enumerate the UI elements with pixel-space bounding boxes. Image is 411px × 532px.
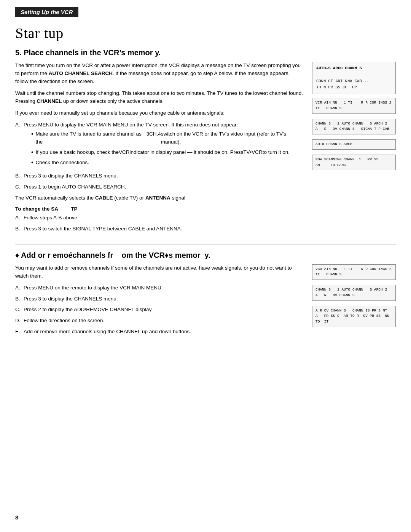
list-label-c: C.: [15, 183, 24, 191]
s2-list-item-b: B. Press 3 to display the CHANNELS menu.: [15, 295, 303, 303]
list-item-b: B. Press 3 to display the CHANNELS menu.: [15, 172, 303, 180]
s2-list-item-a: A. Press MENU on the remote to display t…: [15, 284, 303, 292]
bold-heading-sa: To change the SA TP: [15, 206, 303, 212]
section-1-text-col: The first time you turn on the VCR or af…: [15, 62, 303, 236]
s2-list-item-b-text: Press 3 to display the CHANNELS menu.: [24, 295, 118, 303]
list-label-d: A.: [15, 214, 24, 222]
s2-list-label-b: B.: [15, 295, 24, 303]
list-item-a-text: Press MENU to display the VCR MAIN MENU …: [24, 121, 303, 169]
bullet-2: If you use a basic hookup, check the VCR…: [31, 149, 303, 157]
s2-list-label-c: C.: [15, 306, 24, 314]
list-label-e: B.: [15, 225, 24, 233]
bullet-3: Check the connections.: [31, 159, 303, 167]
list-item-d-text: Follow steps A-B above.: [24, 214, 79, 222]
s2-list-item-d-text: Follow the directions on the screen.: [24, 317, 104, 325]
screen-vcr-main-menu: VCR AIN NU 1 TI R R COR INGS 2 TI CHANN …: [312, 98, 396, 113]
section-2-alpha-list: A. Press MENU on the remote to display t…: [15, 284, 303, 336]
section-2-screen-col: VCR AIN NU 1 TI R R COR INGS 2 TI CHANN …: [312, 264, 396, 328]
list-item-c: C. Press 1 to begin AUTO CHANNEL SEARCH.: [15, 183, 303, 191]
section-1-para1: The first time you turn on the VCR or af…: [15, 62, 303, 86]
list-item-e: B. Press 3 to switch the SIGNAL TYPE bet…: [15, 225, 303, 233]
s2-list-item-d: D. Follow the directions on the screen.: [15, 317, 303, 325]
section-1-alpha-list: A. Press MENU to display the VCR MAIN ME…: [15, 121, 303, 191]
s2-list-label-e: E.: [15, 328, 24, 336]
section-divider: [15, 244, 396, 245]
s2-screen-add-remove: A R OV CHANN S CHANN IS PR S NT A PR SS …: [312, 306, 396, 327]
s2-list-item-e: E. Add or remove more channels using the…: [15, 328, 303, 336]
section-1-para-cable: The VCR automatically selects the CABLE …: [15, 194, 303, 202]
s2-list-item-c-text: Press 2 to display the ADD/REMOVE CHANNE…: [24, 306, 153, 314]
list-item-d: A. Follow steps A-B above.: [15, 214, 303, 222]
section-2: ♦ Add or r emoéchannels fr om the VCR♦s…: [15, 251, 396, 339]
screen-scanning: NOW SCANNING CHANN 1 PR SS AN TO CANC: [312, 155, 396, 170]
list-item-b-text: Press 3 to display the CHANNELS menu.: [24, 172, 118, 180]
section-1-screen-col: AUTO-S ARCH CHANN S CONN CT ANT NNA CAB …: [312, 62, 396, 171]
section-2-para1: You may want to add or remove channels i…: [15, 264, 303, 280]
section-1: 5. Place channels in the VCR’s memor y. …: [15, 48, 396, 236]
section-1-para3: If you ever need to manually set up chan…: [15, 109, 303, 117]
list-label-a: A.: [15, 121, 24, 169]
bullet-1: Make sure the TV is tuned to same channe…: [31, 130, 303, 146]
header-bar: Setting Up the VCR: [15, 7, 78, 17]
screen-auto-channel-search: AUTO CHANN S ARCH: [312, 139, 396, 150]
section-1-alpha-list-2: A. Follow steps A-B above. B. Press 3 to…: [15, 214, 303, 233]
section-2-heading: ♦ Add or r emoéchannels fr om the VCR♦s…: [15, 251, 396, 260]
page-number: 8: [15, 514, 18, 521]
s2-list-item-c: C. Press 2 to display the ADD/REMOVE CHA…: [15, 306, 303, 314]
list-item-a: A. Press MENU to display the VCR MAIN ME…: [15, 121, 303, 169]
list-item-e-text: Press 3 to switch the SIGNAL TYPE betwee…: [24, 225, 182, 233]
s2-list-label-a: A.: [15, 284, 24, 292]
s2-list-item-e-text: Add or remove more channels using the CH…: [24, 328, 191, 336]
page-title: Star tup: [15, 25, 396, 42]
section-1-heading: 5. Place channels in the VCR’s memor y.: [15, 48, 396, 57]
section-2-text-col: You may want to add or remove channels i…: [15, 264, 303, 339]
list-label-b: B.: [15, 172, 24, 180]
section-1-para2: Wait until the channel numbers stop chan…: [15, 89, 303, 105]
s2-screen-channels: CHANN S 1 AUTO CHANN S ARCH 2 A R OV CHA…: [312, 285, 396, 300]
screen-channels-menu: CHANN S 1 AUTO CHANN S ARCH 2 A R OV CHA…: [312, 119, 396, 134]
s2-list-label-d: D.: [15, 317, 24, 325]
bullet-list-a: Make sure the TV is tuned to same channe…: [31, 130, 303, 167]
s2-screen-vcr-main: VCR AIN NU 1 TI R R COR INGS 2 TI CHANN …: [312, 264, 396, 280]
list-item-c-text: Press 1 to begin AUTO CHANNEL SEARCH.: [24, 183, 126, 191]
screen-auto-channel: AUTO-S ARCH CHANN S CONN CT ANT NNA CAB …: [312, 62, 396, 94]
s2-list-item-a-text: Press MENU on the remote to display the …: [24, 284, 162, 292]
